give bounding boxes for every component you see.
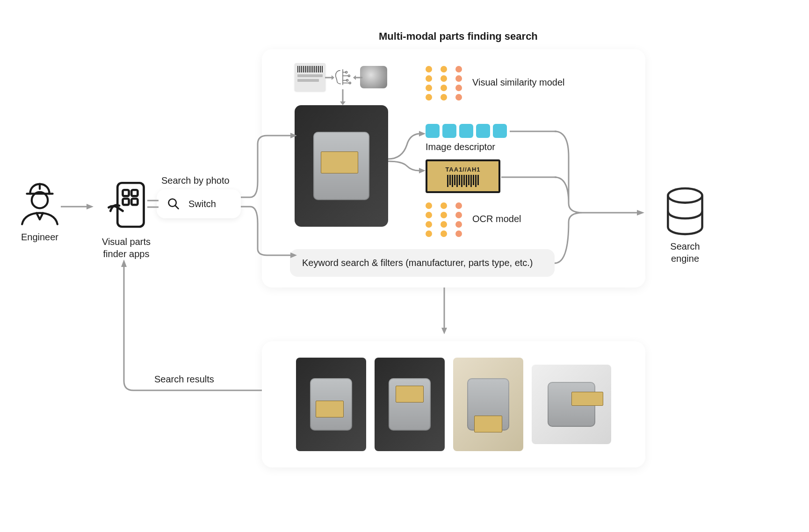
query-photo <box>295 105 388 227</box>
search-icon <box>167 197 180 210</box>
search-input-pill[interactable]: Switch <box>157 189 241 218</box>
image-descriptor-icon <box>426 124 507 138</box>
arrow-merge-to-engine <box>555 129 648 269</box>
svg-rect-3 <box>131 190 137 196</box>
search-by-photo-label: Search by photo <box>161 174 230 187</box>
arrow-panel-to-results <box>440 288 449 334</box>
label-thumb-icon <box>295 63 325 91</box>
arrow-brain-to-photo <box>339 89 347 105</box>
svg-marker-15 <box>419 131 426 137</box>
image-descriptor-label: Image descriptor <box>426 141 495 153</box>
svg-marker-22 <box>121 259 127 267</box>
result-thumb <box>453 358 523 451</box>
arrow-pill-to-panel <box>241 135 297 256</box>
result-thumb <box>532 365 611 444</box>
svg-point-20 <box>668 188 702 203</box>
svg-marker-13 <box>353 75 356 80</box>
svg-marker-6 <box>87 204 94 209</box>
visual-similarity-label: Visual similarity model <box>472 76 564 88</box>
svg-rect-4 <box>123 199 129 205</box>
ocr-nn-icon <box>426 202 462 237</box>
barcode-crop: TAA1//AH1 <box>426 159 500 193</box>
svg-marker-21 <box>441 328 447 334</box>
arrow-part-to-brain <box>353 75 362 80</box>
database-icon <box>662 187 708 238</box>
engineer-label: Engineer <box>9 231 70 243</box>
multimodal-title: Multi-modal parts finding search <box>379 30 538 43</box>
search-engine-label: Search engine <box>655 240 715 265</box>
arrow-results-to-apps <box>119 259 264 409</box>
arrow-barcode-out <box>501 174 556 180</box>
arrow-descriptor-out <box>510 129 556 134</box>
connector-apps-to-pill <box>147 197 159 211</box>
result-thumb <box>296 358 366 451</box>
search-engine-node: Search engine <box>655 187 715 265</box>
svg-rect-2 <box>123 190 129 196</box>
svg-marker-12 <box>332 75 334 80</box>
multimodal-panel: Visual similarity model Image descriptor… <box>262 49 645 288</box>
svg-rect-5 <box>131 199 137 205</box>
keyword-filter-bar[interactable]: Keyword search & filters (manufacturer, … <box>290 249 555 277</box>
brain-ai-icon <box>332 67 354 88</box>
arrow-photo-to-barcode <box>388 157 426 175</box>
arrow-label-to-brain <box>325 75 334 80</box>
apps-label: Visual parts finder apps <box>91 236 161 260</box>
result-thumb <box>375 358 445 451</box>
part-thumb-icon <box>360 66 387 88</box>
svg-marker-16 <box>419 168 426 173</box>
results-panel <box>262 341 645 467</box>
phone-apps-icon <box>98 178 154 234</box>
engineer-icon <box>14 178 65 229</box>
arrow-engineer-to-apps <box>61 202 94 211</box>
search-term: Switch <box>188 199 216 209</box>
visual-similarity-nn-icon <box>426 66 462 101</box>
svg-marker-17 <box>637 210 644 216</box>
barcode-text: TAA1//AH1 <box>445 166 480 173</box>
svg-marker-14 <box>340 101 346 105</box>
svg-rect-1 <box>117 183 144 227</box>
ocr-model-label: OCR model <box>472 213 521 225</box>
apps-node: Visual parts finder apps <box>91 178 161 260</box>
